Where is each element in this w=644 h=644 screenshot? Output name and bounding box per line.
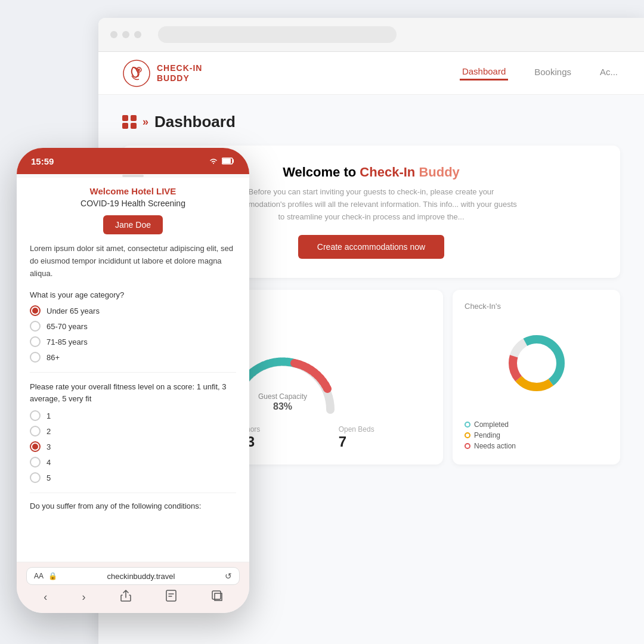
create-accommodations-button[interactable]: Create accommodations now (298, 235, 444, 259)
welcome-title-prefix: Welcome to (283, 165, 360, 179)
fitness-option-1[interactable]: 1 (30, 410, 236, 421)
age-option-71-85[interactable]: 71-85 years (30, 336, 236, 347)
divider-1 (30, 372, 236, 373)
legend-pending: Pending (465, 431, 608, 439)
svg-point-0 (123, 60, 150, 86)
browser-dot-1 (110, 31, 117, 38)
battery-icon (222, 157, 235, 165)
checkin-chart-area (465, 313, 608, 413)
open-beds-value: 7 (339, 434, 426, 450)
welcome-title-buddy: Buddy (415, 165, 460, 179)
minors-value: 13 (239, 434, 326, 450)
age-label-86plus: 86+ (47, 353, 60, 362)
fitness-option-5[interactable]: 5 (30, 472, 236, 483)
welcome-title-checkin: Check-In (360, 165, 415, 179)
status-icons (209, 157, 235, 165)
browser-dot-2 (122, 31, 129, 38)
page-title-row: » Dashboard (122, 113, 620, 131)
svg-rect-9 (222, 159, 231, 163)
minors-stat: Minors 13 (239, 425, 326, 450)
logo-icon (122, 59, 151, 88)
browser-dot-3 (134, 31, 141, 38)
age-radio-86plus[interactable] (30, 352, 41, 363)
svg-text:83%: 83% (273, 401, 292, 411)
fitness-radio-4[interactable] (30, 457, 41, 467)
phone-statusbar: 15:59 (17, 148, 249, 174)
fitness-option-3[interactable]: 3 (30, 441, 236, 452)
nav-accounts[interactable]: Ac... (597, 67, 620, 79)
fitness-option-4[interactable]: 4 (30, 457, 236, 467)
age-radio-71-85[interactable] (30, 336, 41, 347)
fitness-radio-2[interactable] (30, 426, 41, 436)
age-label-under65: Under 65 years (47, 306, 100, 315)
fitness-label-3: 3 (47, 442, 51, 451)
phone: 15:59 Welcome Hotel LIVE COVID-19 Health… (17, 148, 249, 613)
age-radio-group: Under 65 years 65-70 years 71-85 years 8… (30, 305, 236, 363)
tabs-button[interactable] (212, 590, 222, 604)
browser-address-bar[interactable] (158, 26, 397, 43)
pending-dot (465, 432, 470, 438)
fitness-option-2[interactable]: 2 (30, 426, 236, 436)
logo-text: CHECK-IN BUDDY (157, 63, 202, 83)
back-button[interactable]: ‹ (44, 591, 47, 603)
legend-needs-action: Needs action (465, 442, 608, 450)
age-radio-65-70[interactable] (30, 321, 41, 332)
checkins-label: Check-In's (465, 302, 608, 311)
fitness-radio-3[interactable] (30, 441, 41, 452)
nav-dashboard[interactable]: Dashboard (460, 66, 508, 80)
svg-text:Guest Capacity: Guest Capacity (258, 392, 307, 401)
age-option-86plus[interactable]: 86+ (30, 352, 236, 363)
share-button[interactable] (120, 590, 131, 605)
checkin-legend: Completed Pending Needs action (465, 420, 608, 453)
age-label-71-85: 71-85 years (47, 338, 88, 346)
fitness-radio-1[interactable] (30, 410, 41, 421)
hotel-name: Welcome Hotel LIVE (30, 178, 236, 199)
dashboard-icon (122, 115, 137, 129)
needs-action-dot (465, 443, 470, 449)
bookmarks-button[interactable] (166, 590, 177, 605)
scroll-dot (122, 175, 144, 177)
age-option-65-70[interactable]: 65-70 years (30, 321, 236, 332)
chevron-icon: » (143, 116, 148, 128)
divider-2 (30, 493, 236, 493)
logo-area: CHECK-IN BUDDY (122, 59, 202, 88)
age-question: What is your age category? (30, 290, 236, 299)
fitness-label-2: 2 (47, 427, 51, 436)
page-title: Dashboard (154, 113, 236, 131)
open-beds-stat: Open Beds 7 (339, 425, 426, 450)
completed-label: Completed (474, 420, 509, 429)
fitness-label-4: 4 (47, 458, 51, 467)
status-time: 15:59 (31, 156, 54, 166)
fitness-radio-inner-3 (32, 444, 38, 450)
age-label-65-70: 65-70 years (47, 322, 88, 331)
nav-bookings[interactable]: Bookings (532, 67, 574, 79)
browser-aa: AA (34, 572, 44, 580)
browser-url-row: AA 🔒 checkinbuddy.travel ↺ (26, 567, 240, 585)
minors-label: Minors (239, 425, 326, 434)
browser-titlebar (98, 18, 644, 52)
pending-label: Pending (474, 431, 500, 439)
open-beds-label: Open Beds (339, 425, 426, 434)
fitness-radio-group: 1 2 3 4 5 (30, 410, 236, 483)
age-radio-under65[interactable] (30, 305, 41, 316)
body-text: Lorem ipsum dolor sit amet, consectetur … (30, 243, 236, 280)
fitness-radio-5[interactable] (30, 472, 41, 483)
wifi-icon (209, 157, 218, 165)
browser-refresh-icon[interactable]: ↺ (225, 571, 232, 581)
svg-rect-10 (166, 590, 176, 601)
phone-content: Welcome Hotel LIVE COVID-19 Health Scree… (17, 178, 249, 562)
phone-nav: ‹ › (26, 590, 240, 605)
home-indicator (17, 609, 249, 613)
svg-rect-11 (212, 591, 221, 599)
conditions-question: Do you suffer from any of the following … (30, 501, 236, 510)
form-title: COVID-19 Health Screening (30, 199, 236, 208)
age-option-under65[interactable]: Under 65 years (30, 305, 236, 316)
forward-button[interactable]: › (82, 591, 86, 603)
welcome-description: Before you can start inviting your guest… (222, 186, 521, 223)
app-nav: Dashboard Bookings Ac... (460, 66, 620, 80)
needs-action-label: Needs action (474, 442, 516, 450)
browser-url[interactable]: checkinbuddy.travel (62, 572, 220, 581)
completed-dot (465, 422, 470, 428)
browser-lock-icon: 🔒 (48, 572, 57, 580)
fitness-label-5: 5 (47, 473, 51, 482)
